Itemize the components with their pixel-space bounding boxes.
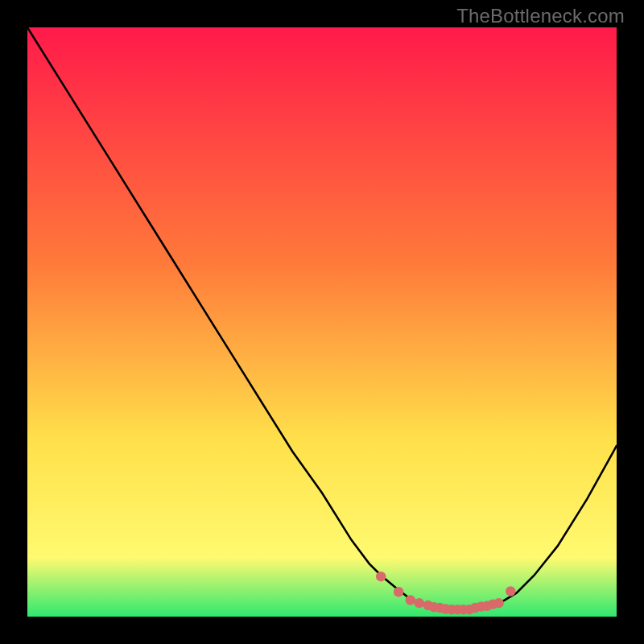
optimal-dot bbox=[394, 587, 403, 597]
optimal-dot bbox=[493, 598, 503, 608]
optimal-dot bbox=[506, 586, 515, 596]
bottleneck-chart bbox=[27, 27, 617, 617]
gradient-background bbox=[27, 27, 617, 617]
optimal-dot bbox=[376, 572, 386, 581]
optimal-dot bbox=[415, 598, 424, 608]
chart-frame: TheBottleneck.com bbox=[0, 0, 644, 644]
optimal-dot bbox=[406, 595, 415, 605]
watermark-text: TheBottleneck.com bbox=[456, 5, 625, 27]
